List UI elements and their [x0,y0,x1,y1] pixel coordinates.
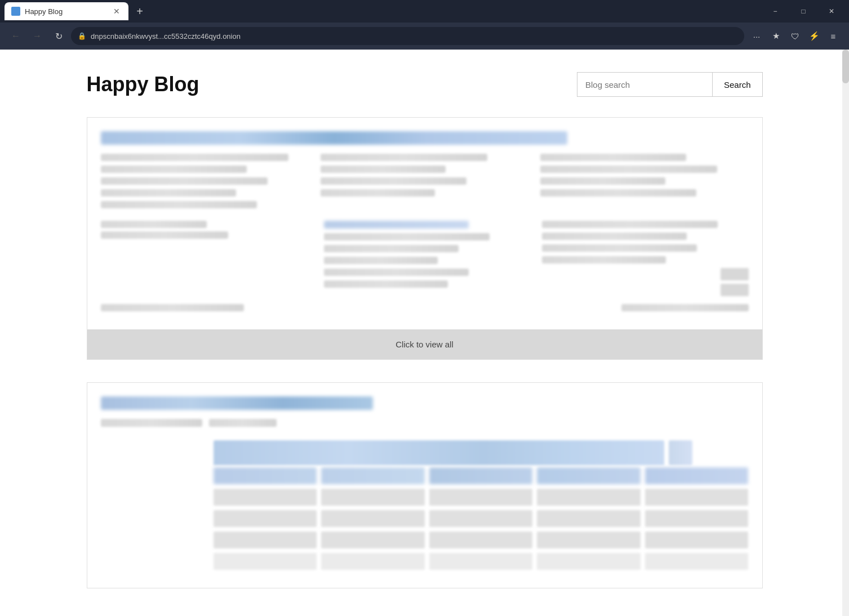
tab-bar: Happy Blog ✕ + [5,2,760,20]
search-input[interactable] [577,72,712,97]
card-col-left [101,154,309,213]
search-button[interactable]: Search [712,72,763,97]
address-bar[interactable]: 🔒 dnpscnbaix6nkwvyst...cc5532cztc46qyd.o… [71,27,744,45]
blog-card-1: Click to view all [87,117,763,360]
url-text: dnpscnbaix6nkwvyst...cc5532cztc46qyd.oni… [91,32,737,41]
new-tab-button[interactable]: + [131,2,149,20]
nav-bar: ← → ↻ 🔒 dnpscnbaix6nkwvyst...cc5532cztc4… [0,23,849,50]
minimize-button[interactable]: − [762,2,788,20]
title-bar: Happy Blog ✕ + − □ ✕ [0,0,849,23]
tab-favicon [11,7,20,16]
bookmark-button[interactable]: ★ [767,27,785,45]
browser-window: Happy Blog ✕ + − □ ✕ ← → ↻ 🔒 dnpscnbaix6… [0,0,849,616]
scrollbar-thumb[interactable] [842,50,849,83]
search-area: Search [577,72,763,97]
tab-close-button[interactable]: ✕ [112,6,122,16]
tab-title: Happy Blog [25,7,107,16]
page-title: Happy Blog [87,73,199,96]
scrollbar-track[interactable] [842,50,849,616]
lock-icon: 🔒 [78,32,86,40]
back-button[interactable]: ← [7,27,25,45]
reload-button[interactable]: ↻ [50,27,68,45]
view-all-button[interactable]: Click to view all [87,329,762,359]
active-tab[interactable]: Happy Blog ✕ [5,2,128,20]
page-inner: Happy Blog Search [75,50,774,616]
card-body-2 [87,383,762,588]
close-button[interactable]: ✕ [819,2,844,20]
shield-button[interactable]: 🛡 [786,27,804,45]
extensions-button[interactable]: ⚡ [805,27,823,45]
blog-card-2 [87,382,763,588]
maximize-button[interactable]: □ [790,2,816,20]
card-content-row-1 [101,154,749,213]
more-button[interactable]: ··· [748,27,766,45]
card-col-right [540,154,749,213]
menu-button[interactable]: ≡ [824,27,842,45]
nav-extras: ··· ★ 🛡 ⚡ ≡ [748,27,842,45]
forward-button[interactable]: → [28,27,46,45]
page-header: Happy Blog Search [87,72,763,97]
page-content: Happy Blog Search [0,50,849,616]
card-col-mid [321,154,529,213]
card-body-1 [87,118,762,329]
window-controls: − □ ✕ [762,2,844,20]
